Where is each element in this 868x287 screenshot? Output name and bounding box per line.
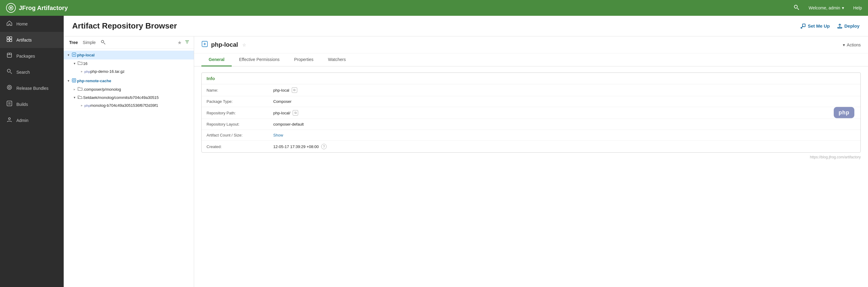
sidebar-item-builds-label: Builds bbox=[17, 102, 28, 107]
packages-icon bbox=[6, 52, 13, 60]
info-value-name: php-local ⧉ bbox=[273, 87, 297, 93]
tree-item-seldaek[interactable]: ▾ Seldaek/monolog/commits/b704c49a30515 bbox=[64, 93, 194, 102]
top-nav-right: Welcome, admin ▾ Help bbox=[794, 4, 862, 12]
tab-properties[interactable]: Properties bbox=[287, 53, 321, 66]
tree-search-icon[interactable] bbox=[101, 40, 105, 46]
svg-rect-7 bbox=[10, 39, 12, 41]
info-section-header: Info bbox=[202, 73, 860, 84]
detail-tabs: General Effective Permissions Properties… bbox=[194, 53, 868, 66]
detail-star-icon[interactable]: ☆ bbox=[242, 42, 246, 47]
set-me-up-button[interactable]: Set Me Up bbox=[800, 23, 830, 29]
info-value-repo-layout: composer-default bbox=[273, 122, 304, 126]
folder-icon-2 bbox=[77, 87, 83, 92]
tree-item-php-demo-label: php-demo-16.tar.gz bbox=[90, 69, 125, 74]
tree-item-monolog-file[interactable]: ▸ php monolog-b704c49a3051536f67f2d39f1 bbox=[64, 102, 194, 109]
sidebar-item-packages[interactable]: Packages bbox=[0, 48, 64, 64]
actions-chevron: ▾ bbox=[843, 42, 845, 47]
detail-header: php-local ☆ ▾ Actions bbox=[194, 36, 868, 53]
svg-rect-5 bbox=[10, 37, 12, 39]
tree-toolbar-right: ★ bbox=[178, 39, 190, 46]
detail-footer-link: https://blog.jfrog.com/artifactory bbox=[202, 152, 861, 162]
info-label-artifact-count: Artifact Count / Size: bbox=[207, 133, 273, 138]
deploy-button[interactable]: Deploy bbox=[837, 23, 860, 29]
info-row-artifact-count: Artifact Count / Size: Show bbox=[202, 130, 860, 141]
star-filter-icon[interactable]: ★ bbox=[178, 40, 182, 46]
info-table: Name: php-local ⧉ Package Type: Composer bbox=[202, 84, 860, 152]
sidebar-item-search-label: Search bbox=[17, 70, 30, 75]
tree-panel: Tree Simple ★ bbox=[64, 36, 194, 287]
copy-name-icon[interactable]: ⧉ bbox=[292, 87, 297, 93]
php-file-icon: php bbox=[84, 70, 90, 74]
tab-watchers[interactable]: Watchers bbox=[321, 53, 353, 66]
page-header: Artifact Repository Browser Set Me Up bbox=[64, 16, 868, 36]
copy-path-icon[interactable]: ⧉ bbox=[293, 110, 298, 116]
footer-link-text: https://blog.jfrog.com/artifactory bbox=[810, 155, 861, 159]
svg-point-21 bbox=[101, 40, 104, 43]
tree-item-php-remote-cache[interactable]: ▾ php-remote-cache bbox=[64, 77, 194, 85]
help-created-icon[interactable]: ? bbox=[321, 144, 327, 149]
page-header-actions: Set Me Up Deploy bbox=[800, 23, 860, 29]
info-label-name: Name: bbox=[207, 88, 273, 92]
info-label-package-type: Package Type: bbox=[207, 99, 273, 104]
svg-line-12 bbox=[10, 72, 12, 74]
svg-line-22 bbox=[104, 43, 105, 44]
svg-point-1 bbox=[10, 7, 12, 9]
svg-rect-15 bbox=[7, 101, 12, 106]
content-area: Artifact Repository Browser Set Me Up bbox=[64, 16, 868, 287]
info-row-name: Name: php-local ⧉ bbox=[202, 84, 860, 96]
svg-point-2 bbox=[794, 5, 797, 8]
info-value-created: 12-05-17 17:39:29 +08:00 ? bbox=[273, 144, 327, 149]
page-title: Artifact Repository Browser bbox=[72, 21, 177, 31]
info-value-artifact-count: Show bbox=[273, 133, 283, 138]
sidebar-item-admin[interactable]: Admin bbox=[0, 112, 64, 128]
info-value-package-type: Composer bbox=[273, 99, 291, 104]
help-button[interactable]: Help bbox=[853, 5, 862, 10]
info-row-repo-path: Repository Path: php-local/ ⧉ bbox=[202, 107, 860, 119]
info-label-created: Created: bbox=[207, 144, 273, 149]
tree-content: ▾ php-local ▾ bbox=[64, 49, 194, 287]
svg-rect-20 bbox=[838, 27, 842, 28]
sidebar-item-builds[interactable]: Builds bbox=[0, 96, 64, 112]
tree-item-16-label: 16 bbox=[83, 61, 87, 66]
folder-open-icon bbox=[77, 95, 83, 100]
tree-item-php-demo[interactable]: ▸ php php-demo-16.tar.gz bbox=[64, 68, 194, 75]
svg-rect-6 bbox=[7, 39, 9, 41]
svg-point-14 bbox=[8, 86, 10, 88]
info-section: Info php Name: php-local ⧉ bbox=[202, 73, 861, 152]
search-icon[interactable] bbox=[794, 4, 800, 12]
tree-item-16[interactable]: ▾ 16 bbox=[64, 59, 194, 68]
tree-view-button[interactable]: Tree bbox=[68, 39, 79, 46]
chevron-right-icon: ▸ bbox=[80, 69, 84, 74]
info-value-repo-path: php-local/ ⧉ bbox=[273, 110, 298, 116]
sidebar-item-search[interactable]: Search bbox=[0, 64, 64, 80]
sidebar-item-artifacts[interactable]: Artifacts bbox=[0, 32, 64, 48]
builds-icon bbox=[6, 101, 13, 108]
actions-button[interactable]: ▾ Actions bbox=[843, 42, 861, 47]
deploy-label: Deploy bbox=[844, 23, 860, 29]
sidebar-item-release-bundles[interactable]: Release Bundles bbox=[0, 80, 64, 96]
tree-item-php-local-label: php-local bbox=[77, 53, 95, 57]
show-count-link[interactable]: Show bbox=[273, 133, 283, 138]
sidebar-item-home[interactable]: Home bbox=[0, 16, 64, 32]
remote-repo-icon bbox=[71, 78, 77, 84]
sidebar-item-packages-label: Packages bbox=[17, 54, 35, 59]
welcome-text: Welcome, admin bbox=[809, 5, 840, 10]
chevron-down-icon-3: ▾ bbox=[66, 79, 71, 83]
simple-view-button[interactable]: Simple bbox=[82, 39, 97, 46]
info-label-repo-path: Repository Path: bbox=[207, 111, 273, 115]
svg-point-28 bbox=[73, 80, 75, 81]
sidebar-item-home-label: Home bbox=[17, 22, 28, 26]
svg-point-11 bbox=[7, 69, 10, 72]
svg-point-13 bbox=[7, 85, 11, 89]
set-me-up-label: Set Me Up bbox=[808, 23, 830, 29]
tab-general[interactable]: General bbox=[202, 53, 232, 66]
welcome-menu[interactable]: Welcome, admin ▾ bbox=[809, 5, 844, 10]
info-row-repo-layout: Repository Layout: composer-default bbox=[202, 119, 860, 130]
tree-item-composer-monolog[interactable]: ▸ .composer/p/monolog bbox=[64, 85, 194, 93]
php-logo: php bbox=[834, 107, 854, 118]
tree-item-php-local[interactable]: ▾ php-local bbox=[64, 51, 194, 59]
tab-effective-permissions[interactable]: Effective Permissions bbox=[232, 53, 287, 66]
sidebar-item-admin-label: Admin bbox=[17, 118, 29, 123]
svg-rect-27 bbox=[72, 79, 76, 82]
filter-icon[interactable] bbox=[185, 39, 190, 46]
